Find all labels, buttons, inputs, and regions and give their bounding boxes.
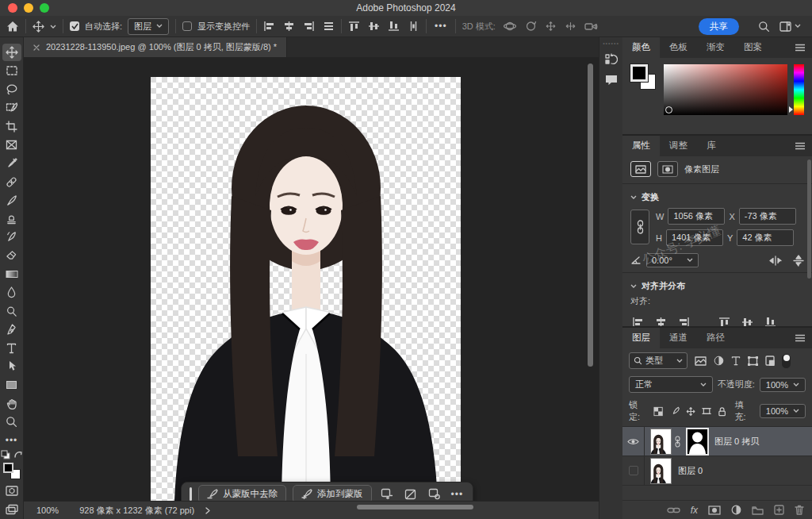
new-group-icon[interactable] xyxy=(752,506,764,515)
filter-smart-objects-icon[interactable] xyxy=(765,356,775,366)
x-field[interactable]: -73 像素 xyxy=(739,208,796,225)
delete-layer-icon[interactable] xyxy=(795,505,804,515)
foreground-background-swatches[interactable] xyxy=(3,463,21,479)
blur-tool[interactable] xyxy=(2,284,21,302)
visibility-cell[interactable] xyxy=(622,427,645,456)
align-right-icon[interactable] xyxy=(678,317,690,326)
remove-from-mask-button[interactable]: 从蒙版中去除 xyxy=(198,485,286,501)
default-colors-icon[interactable] xyxy=(1,450,10,459)
align-bottom-icon[interactable] xyxy=(388,21,400,32)
panel-menu-icon[interactable] xyxy=(795,142,806,150)
quick-mask-button[interactable] xyxy=(2,482,21,500)
panel-menu-icon[interactable] xyxy=(795,44,806,52)
filter-type-layers-icon[interactable] xyxy=(731,356,741,366)
document-tab[interactable]: 20231228-113950.jpeg @ 100% (图层 0 拷贝, 图层… xyxy=(24,37,287,57)
align-middle-vertical-icon[interactable] xyxy=(741,317,753,326)
flip-vertical-icon[interactable] xyxy=(793,255,804,267)
gradient-tool[interactable] xyxy=(2,265,21,283)
more-align-options-button[interactable]: ••• xyxy=(433,21,449,32)
3d-orbit-icon[interactable] xyxy=(504,21,517,32)
filter-adjustment-layers-icon[interactable] xyxy=(714,356,724,366)
shape-tool[interactable] xyxy=(2,376,21,394)
tab-properties[interactable]: 属性 xyxy=(622,136,660,156)
width-field[interactable]: 1056 像素 xyxy=(668,208,725,225)
move-tool[interactable] xyxy=(2,44,21,61)
home-icon[interactable] xyxy=(6,21,19,33)
hidden-visibility-well[interactable] xyxy=(629,466,638,475)
layer-name[interactable]: 图层 0 拷贝 xyxy=(714,436,759,448)
color-swatch-pair[interactable] xyxy=(630,64,657,91)
y-field[interactable]: 42 像素 xyxy=(737,229,794,246)
flip-horizontal-icon[interactable] xyxy=(769,256,782,266)
panel-menu-icon[interactable] xyxy=(795,334,806,342)
layer-effects-button[interactable]: fx xyxy=(691,505,698,516)
dodge-tool[interactable] xyxy=(2,302,21,320)
align-middle-vertical-icon[interactable] xyxy=(368,21,380,32)
3d-pan-icon[interactable] xyxy=(545,21,557,32)
workspace-switcher[interactable] xyxy=(779,21,801,32)
comments-panel-icon[interactable] xyxy=(601,70,622,90)
brush-tool[interactable] xyxy=(2,191,21,209)
tab-adjustments[interactable]: 调整 xyxy=(660,136,697,156)
distribute-vertical-icon[interactable] xyxy=(408,21,419,32)
crop-tool[interactable] xyxy=(2,117,21,135)
type-tool[interactable] xyxy=(2,340,21,357)
tab-patterns[interactable]: 图案 xyxy=(734,37,772,58)
foreground-color-swatch[interactable] xyxy=(3,463,13,473)
clone-stamp-tool[interactable] xyxy=(2,210,21,228)
align-bottom-icon[interactable] xyxy=(764,317,776,326)
canvas-area[interactable]: 从蒙版中去除 添加到蒙版 ••• xyxy=(24,57,599,501)
lock-pixels-icon[interactable] xyxy=(670,406,680,417)
lock-all-icon[interactable] xyxy=(718,406,726,417)
new-layer-icon[interactable] xyxy=(774,505,784,515)
add-mask-icon[interactable] xyxy=(708,506,721,515)
pixel-layer-icon[interactable] xyxy=(630,161,651,177)
align-right-icon[interactable] xyxy=(303,21,315,32)
layer-row-original[interactable]: 图层 0 xyxy=(622,456,812,486)
hue-slider[interactable] xyxy=(794,64,804,115)
foreground-color-swatch[interactable] xyxy=(630,64,648,82)
lock-transparent-icon[interactable] xyxy=(653,406,663,417)
layer-mask-thumbnail[interactable] xyxy=(688,429,707,454)
3d-camera-icon[interactable] xyxy=(584,21,598,32)
eye-icon[interactable] xyxy=(627,437,639,446)
auto-select-checkbox[interactable] xyxy=(70,21,79,31)
link-dimensions-button[interactable] xyxy=(630,210,649,244)
vertical-scrollbar[interactable] xyxy=(588,63,593,367)
link-layers-icon[interactable] xyxy=(667,506,680,514)
status-chevron-icon[interactable] xyxy=(205,507,210,514)
edit-toolbar-button[interactable]: ••• xyxy=(2,432,21,449)
history-panel-icon[interactable] xyxy=(601,49,622,70)
align-center-horizontal-icon[interactable] xyxy=(655,317,667,326)
layer-filter-dropdown[interactable]: 类型 xyxy=(629,352,688,369)
rotation-angle-field[interactable]: 0.00° xyxy=(646,253,699,267)
opacity-dropdown[interactable]: 100% xyxy=(760,378,806,392)
layer-thumbnail[interactable] xyxy=(651,429,671,454)
close-tab-icon[interactable] xyxy=(33,44,40,51)
filter-shape-layers-icon[interactable] xyxy=(748,356,758,366)
frame-tool[interactable] xyxy=(2,136,21,153)
distribute-horizontal-icon[interactable] xyxy=(323,21,335,32)
screen-mode-button[interactable] xyxy=(2,501,21,518)
lock-artboard-icon[interactable] xyxy=(702,406,711,416)
share-button[interactable]: 共享 xyxy=(699,18,739,35)
color-picker-handle[interactable] xyxy=(665,106,672,113)
tab-gradients[interactable]: 渐变 xyxy=(697,37,734,58)
tab-libraries[interactable]: 库 xyxy=(697,136,726,156)
history-brush-tool[interactable] xyxy=(2,229,21,246)
height-field[interactable]: 1401 像素 xyxy=(666,229,723,246)
tab-layers[interactable]: 图层 xyxy=(622,328,660,348)
tab-color[interactable]: 颜色 xyxy=(622,37,660,58)
disable-mask-icon[interactable] xyxy=(402,489,419,500)
properties-scrollbar[interactable] xyxy=(807,160,811,279)
zoom-level[interactable]: 100% xyxy=(36,506,59,515)
3d-slide-icon[interactable] xyxy=(565,21,576,32)
add-to-mask-button[interactable]: 添加到蒙版 xyxy=(293,485,372,501)
path-selection-tool[interactable] xyxy=(2,358,21,375)
layer-thumbnail[interactable] xyxy=(651,459,671,483)
visibility-cell[interactable] xyxy=(622,456,645,485)
3d-roll-icon[interactable] xyxy=(525,21,537,32)
align-top-icon[interactable] xyxy=(348,21,360,32)
layer-row-copy[interactable]: 图层 0 拷贝 xyxy=(622,427,812,456)
blend-mode-dropdown[interactable]: 正常 xyxy=(629,376,713,393)
